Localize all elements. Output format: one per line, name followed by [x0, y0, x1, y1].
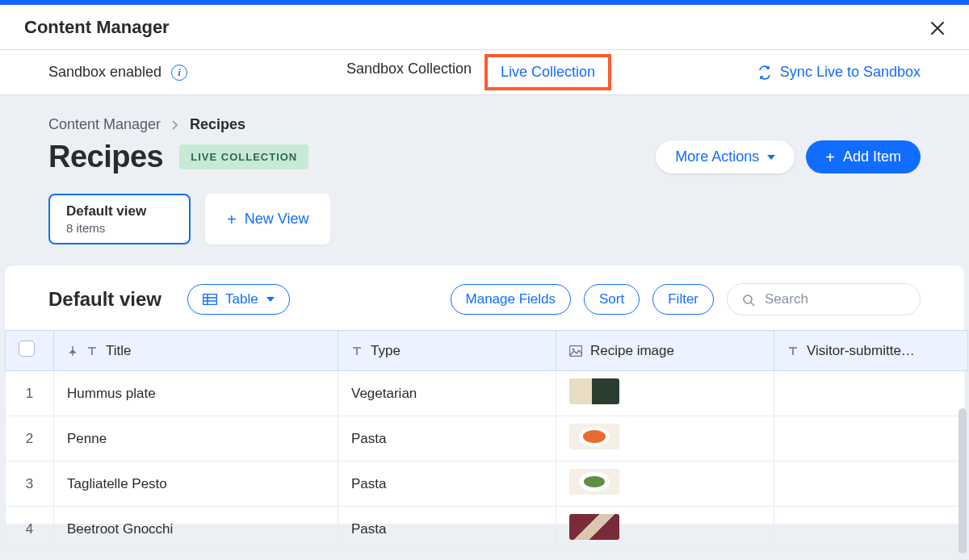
recipe-thumbnail	[569, 424, 619, 449]
column-header-title[interactable]: Title	[54, 331, 338, 371]
recipe-thumbnail	[569, 514, 619, 540]
view-title: Default view	[48, 288, 162, 311]
close-icon[interactable]	[930, 18, 945, 36]
views-row: Default view 8 items + New View	[0, 194, 969, 244]
table-toolbar: Default view Table Manage Fields Sort Fi…	[5, 283, 964, 330]
collection-tabs: Sandbox Collection Live Collection	[333, 54, 611, 90]
title-bar: Content Manager	[0, 5, 969, 50]
svg-line-5	[751, 303, 754, 306]
search-field[interactable]	[727, 283, 921, 316]
info-icon[interactable]: i	[171, 65, 187, 81]
add-item-button[interactable]: + Add Item	[806, 140, 921, 173]
cell-visitor[interactable]	[774, 416, 968, 462]
new-view-button[interactable]: + New View	[205, 194, 330, 244]
table-row[interactable]: 4 Beetroot Gnocchi Pasta	[6, 507, 968, 552]
sandbox-status: Sandbox enabled i	[48, 64, 187, 81]
view-card-name: Default view	[66, 203, 173, 219]
plus-icon: +	[825, 149, 835, 165]
view-type-selector[interactable]: Table	[187, 284, 290, 315]
recipe-thumbnail	[569, 469, 619, 495]
cell-type[interactable]: Pasta	[338, 507, 556, 552]
cell-image[interactable]	[556, 416, 774, 462]
chevron-right-icon	[172, 116, 178, 133]
chevron-down-icon	[266, 297, 275, 302]
table-header-row: Title Type Recipe image	[6, 331, 968, 371]
workspace: Content Manager Recipes Recipes LIVE COL…	[0, 95, 969, 560]
sync-label: Sync Live to Sandbox	[780, 64, 921, 81]
cell-type[interactable]: Pasta	[338, 416, 556, 462]
row-number: 4	[6, 507, 54, 552]
app-title: Content Manager	[24, 17, 170, 38]
column-header-recipe-image[interactable]: Recipe image	[556, 331, 774, 371]
cell-title[interactable]: Beetroot Gnocchi	[54, 507, 338, 552]
tab-sandbox-collection[interactable]: Sandbox Collection	[333, 54, 484, 90]
breadcrumb-current: Recipes	[190, 116, 245, 133]
cell-visitor[interactable]	[774, 507, 968, 552]
filter-button[interactable]: Filter	[652, 284, 714, 315]
page-header: Recipes LIVE COLLECTION More Actions + A…	[0, 140, 969, 174]
chevron-down-icon	[767, 155, 775, 160]
text-type-icon	[787, 343, 799, 359]
cell-title[interactable]: Hummus plate	[54, 371, 338, 416]
text-type-icon	[351, 343, 363, 359]
cell-title[interactable]: Penne	[54, 416, 338, 462]
more-actions-label: More Actions	[675, 148, 759, 165]
cell-image[interactable]	[556, 371, 774, 416]
cell-type[interactable]: Pasta	[338, 462, 556, 507]
cell-image[interactable]	[556, 507, 774, 552]
search-input[interactable]	[763, 290, 938, 308]
plus-icon: +	[227, 211, 237, 228]
table-row[interactable]: 3 Tagliatelle Pesto Pasta	[6, 462, 968, 507]
table-panel: Default view Table Manage Fields Sort Fi…	[5, 265, 964, 524]
checkbox-icon[interactable]	[19, 341, 35, 357]
cell-title[interactable]: Tagliatelle Pesto	[54, 462, 338, 507]
breadcrumb-root[interactable]: Content Manager	[48, 116, 161, 133]
select-all-header[interactable]	[6, 331, 54, 371]
search-icon	[742, 292, 755, 307]
row-number: 2	[6, 416, 54, 462]
pin-icon	[67, 343, 78, 359]
sync-live-to-sandbox-button[interactable]: Sync Live to Sandbox	[757, 64, 921, 81]
sync-icon	[757, 65, 772, 80]
live-collection-badge: LIVE COLLECTION	[179, 144, 308, 169]
add-item-label: Add Item	[843, 148, 901, 165]
breadcrumb: Content Manager Recipes	[0, 116, 969, 133]
view-type-label: Table	[225, 291, 258, 307]
cell-type[interactable]: Vegetarian	[338, 371, 556, 416]
svg-point-4	[744, 295, 752, 303]
recipe-thumbnail	[569, 378, 619, 404]
view-card-default[interactable]: Default view 8 items	[48, 194, 191, 244]
svg-point-7	[573, 349, 575, 351]
sort-button[interactable]: Sort	[584, 284, 640, 315]
context-bar: Sandbox enabled i Sandbox Collection Liv…	[0, 50, 969, 95]
table-row[interactable]: 1 Hummus plate Vegetarian	[6, 371, 968, 416]
manage-fields-button[interactable]: Manage Fields	[451, 284, 572, 315]
image-type-icon	[569, 343, 582, 359]
svg-rect-0	[203, 295, 217, 305]
view-card-meta: 8 items	[66, 221, 173, 235]
row-number: 3	[6, 462, 54, 507]
table-row[interactable]: 2 Penne Pasta	[6, 416, 968, 462]
sandbox-status-label: Sandbox enabled	[48, 64, 162, 81]
more-actions-button[interactable]: More Actions	[656, 140, 795, 173]
cell-visitor[interactable]	[774, 462, 968, 507]
text-type-icon	[86, 343, 98, 359]
column-header-type[interactable]: Type	[338, 331, 556, 371]
tab-live-collection[interactable]: Live Collection	[484, 54, 611, 90]
cell-image[interactable]	[556, 462, 774, 507]
scrollbar-thumb[interactable]	[959, 408, 967, 554]
row-number: 1	[6, 371, 54, 416]
cell-visitor[interactable]	[774, 371, 968, 416]
column-header-visitor-submitted[interactable]: Visitor-submitte…	[774, 331, 968, 371]
new-view-label: New View	[245, 211, 309, 228]
data-table: Title Type Recipe image	[5, 330, 968, 552]
page-title: Recipes	[48, 140, 163, 174]
table-icon	[203, 294, 217, 305]
